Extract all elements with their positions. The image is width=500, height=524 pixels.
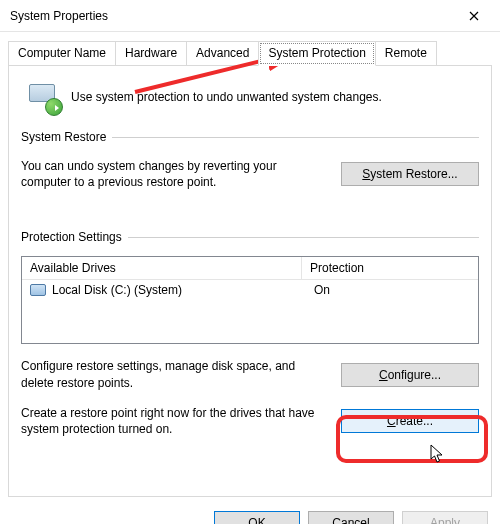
drives-table[interactable]: Available Drives Protection Local Disk (… — [21, 256, 479, 344]
create-button[interactable]: Create... — [341, 409, 479, 433]
intro-row: Use system protection to undo unwanted s… — [27, 80, 479, 114]
configure-description: Configure restore settings, manage disk … — [21, 358, 327, 390]
close-icon — [469, 11, 479, 21]
close-button[interactable] — [454, 1, 494, 31]
intro-text: Use system protection to undo unwanted s… — [71, 90, 382, 104]
col-protection: Protection — [302, 257, 478, 279]
system-restore-button[interactable]: System Restore... — [341, 162, 479, 186]
window-title: System Properties — [10, 9, 454, 23]
create-description: Create a restore point right now for the… — [21, 405, 327, 437]
tab-system-protection[interactable]: System Protection — [258, 41, 375, 66]
legend-system-restore: System Restore — [21, 130, 112, 144]
col-available-drives: Available Drives — [22, 257, 302, 279]
table-row[interactable]: Local Disk (C:) (System) On — [22, 280, 478, 300]
tab-page-system-protection: Use system protection to undo unwanted s… — [8, 65, 492, 497]
legend-protection-settings: Protection Settings — [21, 230, 128, 244]
drive-status: On — [314, 283, 470, 297]
configure-button[interactable]: Configure... — [341, 363, 479, 387]
titlebar: System Properties — [0, 0, 500, 32]
tab-strip: Computer Name Hardware Advanced System P… — [8, 41, 492, 66]
table-header: Available Drives Protection — [22, 257, 478, 280]
disk-icon — [30, 284, 46, 296]
group-system-restore: System Restore You can undo system chang… — [21, 130, 479, 204]
dialog-button-bar: OK Cancel Apply — [0, 505, 500, 524]
ok-button[interactable]: OK — [214, 511, 300, 524]
tab-hardware[interactable]: Hardware — [115, 41, 187, 66]
group-protection-settings: Protection Settings Available Drives Pro… — [21, 230, 479, 451]
restore-description: You can undo system changes by reverting… — [21, 158, 327, 190]
cancel-button[interactable]: Cancel — [308, 511, 394, 524]
apply-button: Apply — [402, 511, 488, 524]
drive-name: Local Disk (C:) (System) — [52, 283, 308, 297]
tab-computer-name[interactable]: Computer Name — [8, 41, 116, 66]
tab-remote[interactable]: Remote — [375, 41, 437, 66]
system-protection-icon — [27, 80, 61, 114]
tab-advanced[interactable]: Advanced — [186, 41, 259, 66]
